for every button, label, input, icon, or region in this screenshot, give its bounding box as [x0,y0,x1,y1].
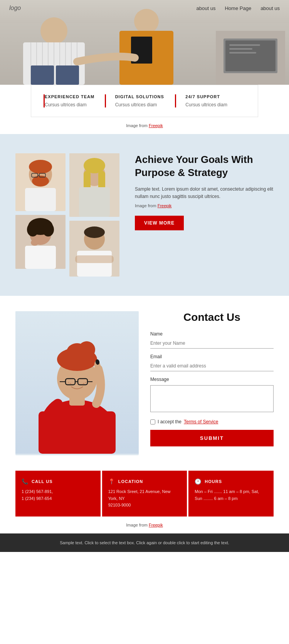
svg-point-66 [85,382,86,383]
svg-rect-14 [56,65,79,85]
feature-title-3: 24/7 SUPPORT [185,94,236,99]
team-col-right [69,153,119,277]
svg-point-2 [40,17,67,44]
nav-about-us-2[interactable]: about us [260,5,280,11]
team-freepik-note: Image from Freepik [135,203,274,208]
team-section: Achieve Your Goals With Purpose & Strate… [0,134,289,296]
svg-rect-37 [25,246,56,269]
footer-text: Sample text. Click to select the text bo… [60,540,229,545]
feature-desc-3: Cursus ultrices diam [185,102,236,107]
person-3-illustration [15,215,66,269]
hours-header: 🕐 HOURS [195,478,267,485]
contact-form-wrap: Contact Us Name Email Message I accept t… [150,311,274,455]
nav-about-us-1[interactable]: about us [197,5,216,11]
feature-support: 24/7 SUPPORT Cursus ultrices diam [175,94,245,107]
feature-title-2: DIGITAL SOLUTIONS [115,94,166,99]
hours-title: HOURS [205,479,222,484]
svg-point-38 [31,240,39,246]
call-us-header: 📞 CALL US [22,478,94,485]
person-2-illustration [69,153,119,217]
svg-rect-13 [31,65,54,85]
team-content: Achieve Your Goals With Purpose & Strate… [127,153,274,230]
tos-row: I accept the Terms of Service [150,419,274,424]
team-photo-1 [15,153,66,211]
tos-link[interactable]: Terms of Service [184,419,218,424]
location-header: 📍 LOCATION [108,478,181,485]
tos-text: I accept the [158,419,181,424]
form-group-email: Email [150,354,274,371]
svg-point-57 [78,341,95,358]
svg-rect-23 [229,52,256,54]
nav-home-page[interactable]: Home Page [225,5,251,11]
feature-desc-2: Cursus ultrices diam [115,102,166,107]
feature-title-1: EXPERIENCED TEAM [45,94,96,99]
svg-point-64 [68,382,69,383]
freepik-link-2[interactable]: Freepik [158,203,172,208]
svg-rect-31 [25,188,56,211]
location-icon: 📍 [108,478,115,485]
bottom-freepik-note: Image from Freepik [0,517,289,533]
svg-point-35 [27,223,39,236]
freepik-link-3[interactable]: Freepik [149,523,163,527]
hours-text: Mon – Fri ....... 11 am – 8 pm, Sat, Sun… [195,488,267,502]
person-1-illustration [15,153,66,211]
svg-point-47 [84,226,105,238]
location-title: LOCATION [118,479,143,484]
features-freepik-note: Image from Freepik [0,117,289,134]
site-header: logo about us Home Page about us [0,0,289,16]
features-strip: EXPERIENCED TEAM Cursus ultrices diam DI… [31,85,258,117]
contact-image [15,311,139,455]
svg-point-26 [29,160,52,174]
svg-point-63 [70,383,71,384]
svg-rect-21 [229,44,260,46]
email-label: Email [150,354,274,359]
team-photo-2 [69,153,119,217]
feature-digital-solutions: DIGITAL SOLUTIONS Cursus ultrices diam [105,94,175,107]
svg-point-65 [83,383,84,384]
svg-rect-22 [229,48,252,50]
name-label: Name [150,331,274,337]
main-nav: about us Home Page about us [197,5,280,11]
team-col-left [15,153,66,277]
message-textarea[interactable] [150,385,274,412]
team-desc: Sample text. Lorem ipsum dolor sit amet,… [135,186,274,200]
info-box-call: 📞 CALL US 1 (234) 567-891, 1 (234) 987-6… [15,471,101,517]
call-us-title: CALL US [32,479,52,484]
email-input[interactable] [150,361,274,371]
svg-rect-48 [77,251,112,277]
feature-desc-1: Cursus ultrices diam [45,102,96,107]
info-box-location: 📍 LOCATION 121 Rock Sreet, 21 Avenue, Ne… [102,471,187,517]
logo: logo [9,5,21,12]
feature-experienced-team: EXPERIENCED TEAM Cursus ultrices diam [44,94,105,107]
form-group-message: Message [150,377,274,414]
call-us-text: 1 (234) 567-891, 1 (234) 987-654 [22,488,94,502]
team-photos [15,153,119,277]
svg-rect-49 [75,255,114,263]
contact-section: Contact Us Name Email Message I accept t… [0,296,289,471]
svg-rect-44 [79,187,110,217]
person-4-illustration [69,221,119,277]
contact-lady-illustration [15,311,139,454]
tos-checkbox[interactable] [150,419,155,424]
submit-button[interactable]: SUBMIT [150,430,274,446]
team-heading: Achieve Your Goals With Purpose & Strate… [135,153,274,179]
location-text: 121 Rock Sreet, 21 Avenue, New York, NY … [108,488,181,509]
freepik-link-1[interactable]: Freepik [149,123,163,128]
team-photo-4 [69,221,119,277]
clock-icon: 🕐 [195,478,202,485]
info-box-hours: 🕐 HOURS Mon – Fri ....... 11 am – 8 pm, … [188,471,274,517]
info-boxes: 📞 CALL US 1 (234) 567-891, 1 (234) 987-6… [0,471,289,517]
message-label: Message [150,377,274,382]
svg-point-36 [42,223,54,236]
contact-title: Contact Us [150,311,274,324]
team-photo-3 [15,215,66,269]
phone-icon: 📞 [22,478,29,485]
form-group-name: Name [150,331,274,349]
footer: Sample text. Click to select the text bo… [0,533,289,552]
view-more-button[interactable]: VIEW MORE [135,216,184,230]
name-input[interactable] [150,338,274,349]
